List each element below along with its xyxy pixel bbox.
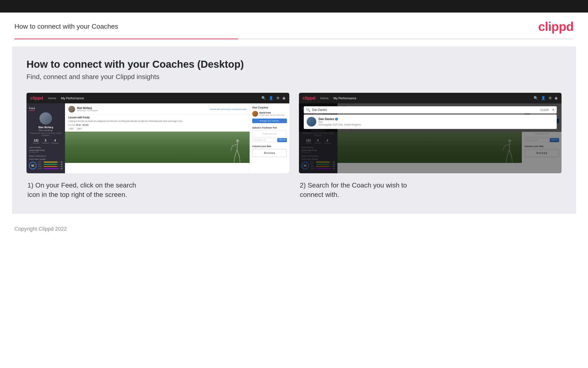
feed-img-area-2 bbox=[337, 132, 522, 163]
stat-following-1: 4 Following bbox=[52, 139, 59, 144]
stat-activities-lbl-1: Activities bbox=[33, 142, 39, 144]
footer: Copyright Clippd 2022 bbox=[0, 221, 588, 237]
nav-my-performance-1[interactable]: My Performance bbox=[61, 96, 84, 100]
feed-duration-1: Duration 01 hr : 30 min bbox=[65, 124, 250, 126]
feed-user-name-1: Blair McHarg bbox=[77, 107, 98, 110]
profile-handicap-1: Plus Handicap bbox=[39, 129, 53, 132]
bar-putt-1: PUTT 96 bbox=[38, 168, 62, 169]
nav-home-1[interactable]: Home bbox=[48, 96, 56, 100]
quality-bars-1: OTT 90 APP 85 bbox=[38, 161, 62, 170]
golf-swing-svg-2 bbox=[502, 139, 515, 163]
svg-line-13 bbox=[509, 150, 512, 157]
app-nav-1: clippd Home My Performance 🔍 👤 ⚙ ◉ bbox=[26, 93, 289, 103]
search-icon[interactable]: 🔍 bbox=[261, 96, 266, 100]
profile-avatar-1 bbox=[39, 112, 52, 125]
latest-activity-date-2: 03 Aug 2022 bbox=[301, 151, 311, 153]
stat-followers-2: 3 Followers bbox=[314, 139, 322, 144]
profile-club-1: Royal North Devon Golf Club, United King… bbox=[29, 132, 62, 136]
screenshot-col-2: clippd Home My Performance 🔍 👤 ⚙ ◉ 🔍 bbox=[299, 93, 562, 199]
connect-data-title-2: Connect your data bbox=[525, 145, 559, 147]
profile-stats-2: 131 Activities 3 Followers 4 Following bbox=[305, 139, 331, 144]
add-link-btn-2[interactable]: Add Link bbox=[550, 138, 559, 142]
settings-icon-2[interactable]: ⚙ bbox=[549, 96, 552, 100]
settings-icon[interactable]: ⚙ bbox=[276, 96, 280, 100]
screenshot-frame-1: clippd Home My Performance 🔍 👤 ⚙ ◉ Feed bbox=[26, 93, 289, 173]
app-body-1: Feed Blair McHarg Plus Handicap Royal No… bbox=[26, 103, 289, 173]
svg-line-12 bbox=[507, 150, 509, 157]
manage-coaches-btn-1[interactable]: Manage Your Coaches bbox=[252, 119, 287, 123]
latest-activity-val-1: Lesson with Fordy bbox=[29, 149, 44, 151]
svg-line-15 bbox=[512, 157, 512, 162]
trackman-field-2[interactable]: Trackman Link bbox=[525, 138, 549, 142]
stat-followers-num-1: 3 bbox=[42, 139, 49, 142]
bar-ott-1: OTT 90 bbox=[38, 161, 62, 163]
svg-point-0 bbox=[236, 139, 239, 142]
bar-app-1: APP 85 bbox=[38, 163, 62, 165]
feed-user-sub-1: Yesterday · Sunningdale bbox=[77, 110, 98, 111]
svg-line-5 bbox=[237, 150, 239, 157]
search-result-2[interactable]: Dan Davies ✓ Pro Sunningdale Golf Club, … bbox=[304, 114, 557, 129]
svg-line-1 bbox=[237, 142, 237, 150]
svg-line-9 bbox=[509, 142, 510, 150]
total-quality-label-2: Total Player Quality bbox=[301, 158, 335, 160]
svg-point-8 bbox=[508, 139, 511, 142]
screenshots-row: clippd Home My Performance 🔍 👤 ⚙ ◉ Feed bbox=[26, 93, 562, 199]
avatar-icon[interactable]: ◉ bbox=[282, 96, 285, 100]
feed-lesson-title-1: Lesson with Fordy bbox=[65, 114, 250, 120]
section-subtitle: Find, connect and share your Clippd insi… bbox=[26, 73, 562, 81]
latest-activity-date-1: 03 Aug 2022 bbox=[29, 151, 38, 153]
feed-lesson-desc-1: Looking to feel like my hands are exitin… bbox=[65, 120, 250, 124]
step-1-label: 1) On your Feed, click on the searchicon… bbox=[26, 181, 289, 199]
trackman-field-1[interactable]: Trackman Link bbox=[252, 138, 277, 142]
profile-club-2: Royal North Devon Golf Club, United King… bbox=[301, 132, 335, 136]
stat-activities-num-1: 131 bbox=[33, 139, 39, 142]
feed-header-1: Blair McHarg Yesterday · Sunningdale Con… bbox=[65, 103, 250, 114]
feed-tab-1: Feed bbox=[29, 107, 35, 111]
golf-swing-svg-1 bbox=[230, 139, 242, 163]
coach-avatar-1 bbox=[252, 111, 258, 117]
stat-followers-lbl-1: Followers bbox=[42, 142, 49, 144]
tag-otf-1: OTF bbox=[68, 128, 75, 130]
search-icon-2[interactable]: 🔍 bbox=[534, 96, 538, 100]
coach-club-1: Royal North Devon Golf Club bbox=[259, 114, 284, 116]
top-bar bbox=[0, 0, 588, 12]
search-clear-btn-2[interactable]: CLEAR bbox=[540, 109, 549, 111]
player-perf-1: Player Performance Total Player Quality … bbox=[29, 155, 62, 170]
user-icon-2[interactable]: 👤 bbox=[541, 96, 546, 100]
player-perf-2: Player Performance Total Player Quality … bbox=[301, 155, 335, 170]
nav-my-performance-2[interactable]: My Performance bbox=[333, 96, 356, 100]
trackman-placeholder-1: Trackman Link bbox=[255, 133, 285, 135]
arccos-box-1: Arccos bbox=[252, 149, 287, 157]
quality-row-1: 92 OTT 90 APP bbox=[29, 161, 62, 170]
result-verified-2: ✓ bbox=[335, 118, 338, 120]
copyright-text: Copyright Clippd 2022 bbox=[14, 226, 67, 232]
nav-icons-1: 🔍 👤 ⚙ ◉ bbox=[261, 96, 285, 100]
stat-followers-1: 3 Followers bbox=[42, 139, 49, 144]
feed-panel-1: Blair McHarg Yesterday · Sunningdale Con… bbox=[65, 103, 250, 173]
coaches-title-1: Your Coaches bbox=[252, 106, 287, 109]
stat-activities-num-2: 131 bbox=[305, 139, 312, 142]
search-close-btn-2[interactable]: × bbox=[552, 108, 554, 112]
feed-control-link-1[interactable]: Control who can see your activity and da… bbox=[210, 108, 246, 110]
latest-activity-label-2: Latest Activity bbox=[301, 146, 313, 148]
stat-activities-lbl-2: Activities bbox=[305, 142, 312, 144]
nav-home-2[interactable]: Home bbox=[320, 96, 329, 100]
svg-line-7 bbox=[239, 157, 240, 162]
screenshot-frame-2: clippd Home My Performance 🔍 👤 ⚙ ◉ 🔍 bbox=[299, 93, 562, 173]
perf-title-2: Player Performance bbox=[301, 155, 335, 157]
svg-line-3 bbox=[231, 146, 232, 151]
avatar-icon-2[interactable]: ◉ bbox=[554, 96, 558, 100]
user-icon[interactable]: 👤 bbox=[269, 96, 273, 100]
quality-bars-2: OTT 90 APP 85 bbox=[310, 161, 335, 170]
add-link-btn-1[interactable]: Add Link bbox=[277, 138, 287, 142]
result-avatar-2 bbox=[307, 117, 316, 127]
app-nav-2: clippd Home My Performance 🔍 👤 ⚙ ◉ bbox=[299, 93, 562, 103]
header: How to connect with your Coaches clippd bbox=[0, 12, 588, 38]
profile-name-1: Blair McHarg bbox=[38, 126, 53, 129]
feed-user-info-1: Blair McHarg Yesterday · Sunningdale bbox=[68, 106, 98, 112]
latest-activity-label-1: Latest Activity bbox=[29, 146, 41, 148]
arccos-box-2: Arccos bbox=[525, 149, 559, 157]
search-icon-inner-2: 🔍 bbox=[306, 108, 310, 112]
search-input-display-2[interactable]: Dan Davies bbox=[312, 108, 539, 111]
stat-following-2: 4 Following bbox=[324, 139, 331, 144]
